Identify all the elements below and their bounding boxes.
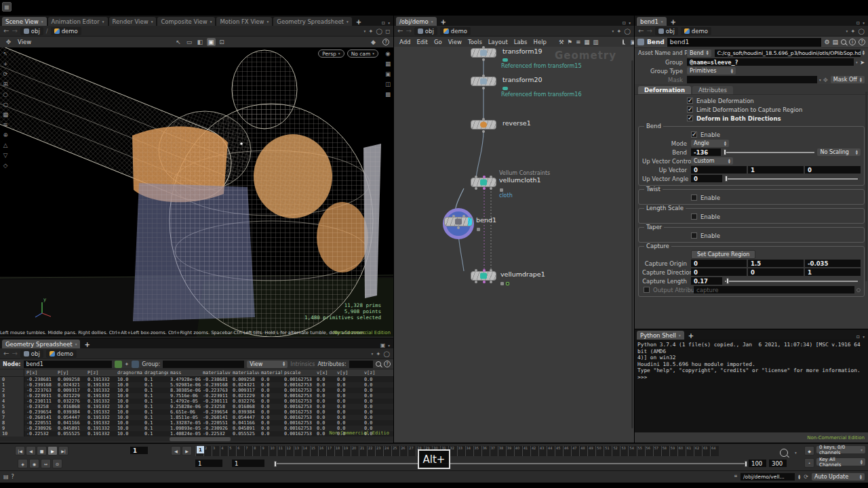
node-label[interactable]: vellumdrape1 [500, 270, 545, 278]
column-header-v-z-[interactable]: v[z] [362, 370, 389, 375]
new-tab-button[interactable]: + [668, 18, 679, 26]
parameters-scrollbar[interactable] [865, 92, 867, 281]
tab-render-view[interactable]: Render View▾ [109, 17, 157, 26]
global-start-field[interactable]: 1 [195, 460, 222, 467]
column-header-materialuv-2-[interactable]: materialuv[2] [259, 370, 282, 375]
help-status-icon[interactable]: ? [12, 474, 14, 480]
intrinsics-dropdown[interactable]: Intrinsics [290, 361, 315, 367]
lasso-select-icon[interactable]: ◧ [196, 38, 205, 46]
snap-tool-icon[interactable]: ◻ [1, 101, 9, 108]
mask-dropdown-icon[interactable]: ▾ [819, 78, 821, 82]
tab-scene-view[interactable]: Scene View▾ [2, 17, 47, 26]
sync-icon[interactable]: ◯ [624, 28, 631, 35]
node-output-port[interactable] [475, 187, 477, 190]
node-transform20[interactable] [471, 77, 496, 86]
node-output-port[interactable] [482, 87, 485, 89]
breadcrumb-demo[interactable]: demo [440, 27, 471, 35]
tab-composite-view[interactable]: Composite View▾ [157, 17, 215, 26]
key-all-channels-dropdown[interactable]: Key All Channels▲▼ [816, 458, 865, 466]
menu-view[interactable]: View [448, 39, 462, 45]
menu-labs[interactable]: Labs [514, 39, 528, 45]
timeline-options-icon[interactable]: ▾ [795, 451, 797, 455]
node-label[interactable]: transform19 [502, 47, 542, 55]
translate-tool-icon[interactable]: + [1, 60, 9, 67]
view-menu-icon[interactable]: ✥ [4, 38, 13, 46]
node-input-port[interactable] [482, 75, 485, 77]
asset-path-field[interactable]: C:/cg_soft/houdini_18.5.696_p3/houdini/o… [715, 49, 861, 57]
sync-icon[interactable]: ◯ [383, 350, 390, 357]
column-header-dragnormal[interactable]: dragnormal [115, 370, 142, 375]
playback-start-field[interactable]: 1 [232, 460, 264, 467]
node-bend1[interactable] [444, 217, 473, 226]
breadcrumb-obj[interactable]: obj [655, 27, 678, 35]
auto-update-dropdown[interactable]: Auto Update▲▼ [812, 473, 865, 481]
up-vector-angle-slider[interactable] [725, 178, 858, 180]
viewport-canvas[interactable]: y ↖+⟳⊞○◻▦≡⊕△▽◇ ◉▦▣◫▩ Persp▾ No cam▾ 11,3… [0, 47, 393, 337]
persp-view-button[interactable]: Persp▾ [318, 49, 344, 58]
timeline-zoom-icon[interactable] [780, 449, 788, 457]
node-input-port[interactable] [452, 215, 455, 218]
info-panel-icon[interactable]: ◉ [384, 50, 392, 57]
enable-deformation-checkbox[interactable] [687, 98, 693, 104]
node-input-port2[interactable] [462, 215, 465, 218]
tab-python-shell[interactable]: Python Shell▾ [637, 331, 684, 340]
tab-bend1[interactable]: bend1▾ [637, 17, 667, 26]
node-link-label[interactable]: cloth [499, 192, 513, 199]
collision-output-port[interactable] [490, 187, 492, 190]
path-dropdown-icon[interactable]: ▾ [372, 352, 374, 356]
presets-icon[interactable]: ▤ [832, 39, 838, 45]
up-vector-x-field[interactable]: 0 [691, 166, 747, 174]
nav-back-icon[interactable]: ← [3, 350, 9, 357]
table-row[interactable]: 0-0.2386810.0092580.19133210.00.13.47928… [0, 377, 393, 382]
new-tab-button[interactable]: + [81, 341, 92, 348]
nav-back-icon[interactable]: ← [638, 28, 644, 35]
bend-value-field[interactable]: -136 [691, 148, 721, 156]
table-row[interactable]: 2-0.2237630.0093170.19133210.00.18.30385… [0, 388, 393, 393]
constraint-output-port[interactable] [483, 281, 486, 283]
group-field[interactable]: @name=sleeve_? [687, 58, 854, 66]
table-row[interactable]: 7-0.2601410.0544470.19133210.00.11.8511e… [0, 415, 393, 420]
pane-menu-icon[interactable]: ▾ [388, 344, 390, 348]
node-input-port[interactable] [475, 269, 477, 272]
grid-tool-icon[interactable]: ▦ [1, 111, 9, 118]
up-vector-y-field[interactable]: 1 [748, 166, 804, 174]
taper-enable-checkbox[interactable] [691, 232, 697, 239]
node-input-port[interactable] [482, 46, 485, 49]
node-label[interactable]: bend1 [476, 216, 496, 224]
message-log-icon[interactable]: ▤ [3, 474, 9, 480]
table-row[interactable]: 3-0.2239110.0212290.19133210.00.19.7516e… [0, 393, 393, 399]
table-row[interactable]: 4-0.2301110.0322760.19133210.00.11.4792e… [0, 399, 393, 404]
node-help-icon[interactable]: ? [859, 39, 865, 45]
capture-origin-x-field[interactable]: 0 [691, 260, 747, 267]
column-header-dragtangent[interactable]: dragtangent [142, 370, 168, 375]
node-vellumcloth1[interactable] [471, 178, 496, 187]
column-header-v-x-[interactable]: v[x] [315, 370, 335, 375]
pane-maximize-icon[interactable]: ▫ [623, 20, 626, 26]
tab-deformation[interactable]: Deformation [638, 86, 691, 94]
area-select-icon[interactable]: ⊡ [218, 38, 226, 46]
nav-forward-icon[interactable]: → [646, 28, 652, 35]
grid-panel-icon[interactable]: ▦ [384, 60, 392, 67]
follow-node-icon[interactable]: ✦ [125, 361, 130, 367]
pane-menu-icon[interactable]: ▾ [388, 21, 390, 25]
collision-input-port[interactable] [490, 176, 492, 178]
nav-back-icon[interactable]: ← [397, 28, 403, 35]
menu-layout[interactable]: Layout [488, 39, 508, 45]
menu-add[interactable]: Add [399, 39, 410, 45]
new-tab-button[interactable]: + [353, 18, 364, 26]
output-attribute-field[interactable]: capture [694, 286, 854, 293]
breadcrumb-obj[interactable]: obj [20, 27, 43, 35]
misc-tool-icon[interactable]: ◇ [1, 162, 9, 169]
group-dropdown-icon[interactable]: ▾ [856, 60, 858, 64]
scaling-dropdown[interactable]: No Scaling▲▼ [817, 148, 861, 156]
loop-mode-icon[interactable]: ↔ [41, 459, 51, 468]
playback-end-field[interactable]: 100 [749, 460, 766, 467]
limit-deformation-checkbox[interactable] [687, 106, 693, 113]
realtime-toggle-icon[interactable]: ◈ [18, 459, 28, 468]
spreadsheet-table[interactable]: P[x]P[y]P[z]dragnormaldragtangentmassmat… [0, 369, 393, 436]
path-dropdown-icon[interactable]: ▾ [364, 29, 366, 33]
up-vector-control-dropdown[interactable]: Custom▲▼ [691, 157, 733, 165]
column-header-mass[interactable]: mass [168, 370, 201, 375]
node-label[interactable]: reverse1 [502, 119, 531, 127]
pane-maximize-icon[interactable]: ▣ [380, 342, 386, 348]
